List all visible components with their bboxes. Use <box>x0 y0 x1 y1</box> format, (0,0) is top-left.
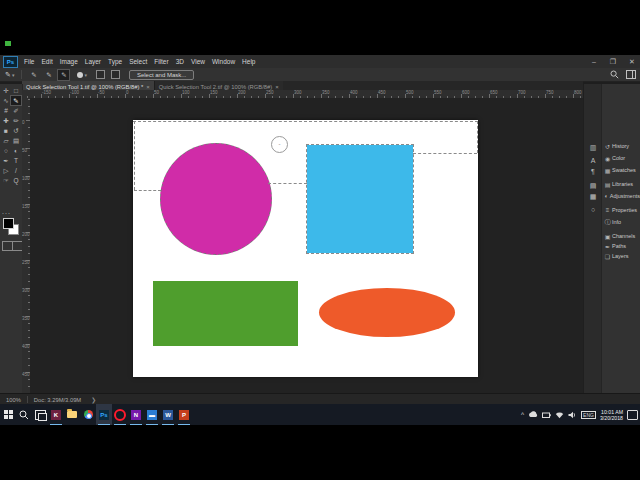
panel-button-color[interactable]: ◉Color <box>603 153 640 163</box>
blue-square[interactable] <box>307 145 413 253</box>
new-selection-button[interactable]: ✎ <box>27 69 40 81</box>
panel-button-swatches[interactable]: ▦Swatches <box>603 165 640 175</box>
auto-enhance-checkbox[interactable] <box>111 70 120 79</box>
menu-3d[interactable]: 3D <box>176 58 184 65</box>
history-brush-tool[interactable]: ↺ <box>11 126 21 135</box>
task-view-button[interactable] <box>32 404 48 425</box>
menu-help[interactable]: Help <box>242 58 255 65</box>
tab-close-icon[interactable]: × <box>275 84 279 90</box>
eraser-tool[interactable]: ▱ <box>1 136 11 145</box>
language-indicator[interactable]: ENG <box>581 411 596 419</box>
chrome[interactable] <box>80 404 96 425</box>
menu-filter[interactable]: Filter <box>154 58 168 65</box>
panel-button-paths[interactable]: ✒Paths <box>603 241 640 251</box>
shape-tool[interactable]: / <box>11 166 21 175</box>
character-panel-icon[interactable]: A <box>587 156 599 166</box>
panel-group-icon[interactable]: ▥ <box>587 143 599 153</box>
zoom-level-field[interactable]: 100% <box>6 397 21 403</box>
photoshop[interactable]: Ps <box>96 404 112 425</box>
status-menu-arrow-icon[interactable]: ❯ <box>91 397 96 403</box>
word[interactable]: W <box>160 404 176 425</box>
crop-tool[interactable]: # <box>1 106 11 115</box>
opera[interactable] <box>112 404 128 425</box>
menu-image[interactable]: Image <box>60 58 78 65</box>
paragraph-panel-icon[interactable]: ¶ <box>587 167 599 177</box>
onedrive-cloud-icon[interactable] <box>528 411 538 418</box>
edit-toolbar-icon[interactable]: ... <box>2 208 11 215</box>
menu-type[interactable]: Type <box>108 58 122 65</box>
panel-button-libraries[interactable]: ▤Libraries <box>603 179 640 189</box>
panel-button-properties[interactable]: ≡Properties <box>603 205 640 215</box>
path-select-tool[interactable]: ▷ <box>1 166 11 175</box>
app-k[interactable]: K <box>48 404 64 425</box>
search-button[interactable] <box>16 404 32 425</box>
panel-label: Info <box>612 219 621 225</box>
tool-preset-caret-icon[interactable]: ▾ <box>12 72 15 78</box>
clone-stamp-tool[interactable]: ■ <box>1 126 11 135</box>
action-center-icon[interactable] <box>627 410 638 420</box>
dodge-tool[interactable]: ◐ <box>11 146 21 155</box>
zoom-tool[interactable]: Q <box>11 176 21 185</box>
minimize-button[interactable]: – <box>589 55 599 68</box>
start-button[interactable] <box>0 404 16 425</box>
glyphs-panel-icon[interactable]: ▦ <box>587 192 599 202</box>
lasso-tool[interactable]: ∿ <box>1 96 11 105</box>
subtract-from-selection-button[interactable]: ✎ <box>57 69 70 81</box>
timeline-panel-icon[interactable]: ○ <box>587 205 599 215</box>
file-explorer[interactable] <box>64 404 80 425</box>
gradient-tool[interactable]: ▤ <box>11 136 21 145</box>
marquee-tool[interactable]: □ <box>11 86 21 95</box>
pen-tool[interactable]: ✒ <box>1 156 11 165</box>
brush-picker-caret-icon[interactable]: ▾ <box>84 72 87 78</box>
eyedropper-tool[interactable]: ✐ <box>11 106 21 115</box>
running-indicator <box>114 424 126 425</box>
healing-brush-tool[interactable]: ✚ <box>1 116 11 125</box>
network-wifi-icon[interactable] <box>555 411 564 419</box>
magenta-circle[interactable] <box>160 143 272 255</box>
taskbar-items: KPsN▬WP <box>0 404 192 425</box>
libraries-panel-icon[interactable]: ▤ <box>587 181 599 191</box>
panel-button-history[interactable]: ↺History <box>603 141 640 151</box>
canvas[interactable]: - <box>133 120 478 377</box>
app-blue[interactable]: ▬ <box>144 404 160 425</box>
panel-button-info[interactable]: ⓘInfo <box>603 217 640 227</box>
panel-button-adjustments[interactable]: ◐Adjustments <box>603 191 640 201</box>
sample-all-layers-checkbox[interactable] <box>96 70 105 79</box>
powerpoint-icon: P <box>179 410 189 420</box>
search-icon[interactable] <box>610 70 619 79</box>
powerpoint[interactable]: P <box>176 404 192 425</box>
taskbar-clock[interactable]: 10:01 AM 3/20/2018 <box>600 409 623 421</box>
onenote[interactable]: N <box>128 404 144 425</box>
document-area[interactable]: - <box>30 98 583 393</box>
green-rectangle[interactable] <box>153 281 298 346</box>
menu-file[interactable]: File <box>24 58 34 65</box>
maximize-button[interactable]: ❐ <box>608 55 618 68</box>
options-separator <box>21 70 22 79</box>
menu-select[interactable]: Select <box>129 58 147 65</box>
menu-view[interactable]: View <box>191 58 205 65</box>
tray-expand-caret-icon[interactable]: ^ <box>521 411 524 418</box>
move-tool[interactable]: ✛ <box>1 86 11 95</box>
orange-ellipse[interactable] <box>319 288 455 337</box>
menu-edit[interactable]: Edit <box>41 58 52 65</box>
type-tool[interactable]: T <box>11 156 21 165</box>
menu-layer[interactable]: Layer <box>85 58 101 65</box>
tab-close-icon[interactable]: × <box>146 84 150 90</box>
quick-selection-tool-icon[interactable]: ✎ <box>5 71 11 79</box>
select-and-mask-button[interactable]: Select and Mask... <box>129 70 194 80</box>
workspace-switcher-icon[interactable] <box>626 70 636 79</box>
selection-ants <box>477 121 478 153</box>
panel-button-layers[interactable]: ❏Layers <box>603 251 640 261</box>
foreground-color-swatch[interactable] <box>3 218 14 229</box>
panel-button-channels[interactable]: ▣Channels <box>603 231 640 241</box>
blur-tool[interactable]: ○ <box>1 146 11 155</box>
volume-icon[interactable] <box>568 411 577 419</box>
add-to-selection-button[interactable]: ✎ <box>42 69 55 81</box>
brush-tool[interactable]: ✏ <box>11 116 21 125</box>
menu-window[interactable]: Window <box>212 58 235 65</box>
battery-icon[interactable] <box>542 411 551 419</box>
quick-selection-tool[interactable]: ✎ <box>11 96 21 105</box>
brush-size-icon[interactable] <box>77 72 83 78</box>
close-button[interactable]: ✕ <box>627 55 637 68</box>
hand-tool[interactable]: ☞ <box>1 176 11 185</box>
